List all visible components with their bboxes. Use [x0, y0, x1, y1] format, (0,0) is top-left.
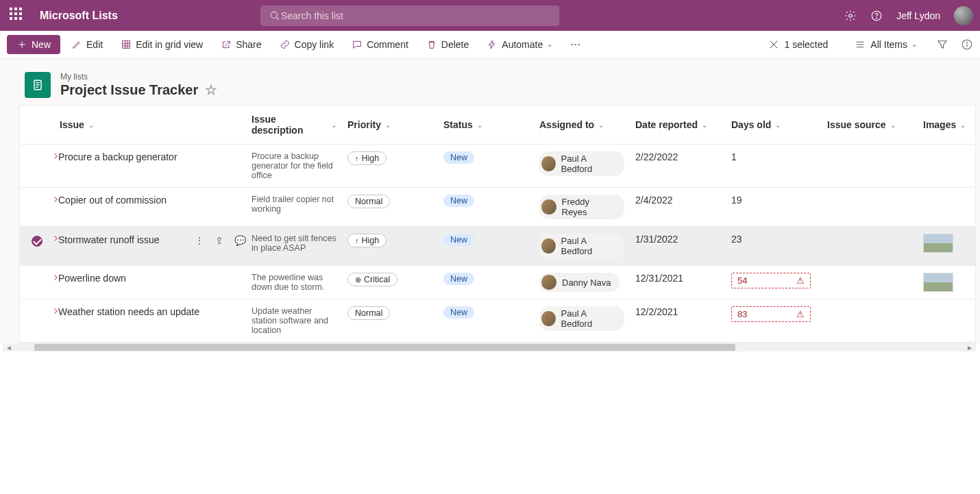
edit-label: Edit — [86, 39, 103, 50]
table-row[interactable]: Copier out of commissionField trailer co… — [20, 188, 975, 227]
date-reported: 1/31/2022 — [630, 234, 726, 245]
data-grid: Issue⌄ Issue description⌄ Priority⌄ Stat… — [19, 105, 976, 343]
svg-point-4 — [877, 18, 877, 18]
col-images[interactable]: Images⌄ — [918, 119, 976, 130]
col-assigned[interactable]: Assigned to⌄ — [534, 119, 630, 130]
app-launcher-icon[interactable] — [10, 8, 26, 24]
comment-icon — [352, 39, 363, 50]
days-old: 1 — [726, 151, 822, 162]
comment-button[interactable]: Comment — [345, 35, 415, 54]
issue-title[interactable]: Procure a backup generator — [58, 151, 241, 162]
issue-description: Procure a backup generator for the field… — [252, 151, 336, 180]
assigned-person[interactable]: Paul A Bedford — [539, 306, 624, 331]
new-button[interactable]: New — [7, 35, 60, 54]
delete-button[interactable]: Delete — [419, 35, 476, 54]
user-avatar[interactable] — [954, 6, 973, 25]
x-icon — [768, 38, 780, 51]
settings-icon[interactable] — [844, 10, 857, 22]
row-select[interactable] — [32, 308, 42, 319]
avatar — [541, 311, 556, 326]
status-badge: New — [443, 195, 474, 207]
edit-button[interactable]: Edit — [64, 35, 110, 54]
priority-pill: ↑High — [347, 151, 387, 165]
row-select[interactable] — [32, 197, 42, 208]
trash-icon — [426, 39, 437, 50]
pencil-icon — [71, 39, 82, 50]
issue-title[interactable]: Stormwater runoff issue — [58, 234, 160, 245]
grid-view-button[interactable]: Edit in grid view — [114, 35, 210, 54]
horizontal-scrollbar[interactable]: ◄► — [3, 343, 976, 351]
delete-label: Delete — [441, 39, 469, 50]
priority-pill: Normal — [347, 306, 390, 320]
days-old-warning: 83⚠ — [731, 306, 811, 322]
info-icon[interactable] — [961, 38, 973, 51]
row-select[interactable] — [32, 236, 42, 247]
flow-icon — [487, 39, 498, 50]
search-box[interactable] — [260, 5, 559, 26]
issue-description: Need to get silt fences in place ASAP — [252, 234, 336, 253]
row-comment-icon[interactable]: 💬 — [234, 235, 246, 246]
plus-icon — [16, 39, 27, 50]
date-reported: 12/31/2021 — [630, 273, 726, 284]
row-select[interactable] — [32, 275, 42, 286]
filter-icon[interactable] — [936, 38, 948, 51]
copy-link-button[interactable]: Copy link — [273, 35, 341, 54]
col-source[interactable]: Issue source⌄ — [822, 119, 918, 130]
status-badge: New — [443, 151, 474, 164]
assigned-person[interactable]: Freddy Reyes — [539, 195, 624, 219]
share-button[interactable]: Share — [214, 35, 268, 54]
view-switcher[interactable]: All Items ⌄ — [847, 34, 924, 55]
priority-pill: ↑High — [347, 234, 387, 247]
automate-label: Automate — [502, 39, 543, 50]
svg-point-0 — [271, 12, 277, 18]
row-share-icon[interactable]: ⇪ — [215, 235, 223, 246]
issue-title[interactable]: Copier out of commission — [58, 195, 241, 206]
clear-selection-button[interactable]: 1 selected — [761, 34, 835, 55]
avatar — [541, 156, 556, 171]
grid-icon — [121, 39, 132, 50]
avatar — [541, 199, 556, 214]
col-priority[interactable]: Priority⌄ — [342, 119, 438, 130]
issue-title[interactable]: Weather station needs an update — [58, 306, 241, 317]
col-issue[interactable]: Issue⌄ — [54, 119, 246, 130]
list-logo-icon — [25, 72, 51, 98]
col-days[interactable]: Days old⌄ — [726, 119, 822, 130]
svg-rect-7 — [123, 40, 130, 48]
image-thumbnail[interactable] — [923, 273, 953, 292]
favorite-star-icon[interactable]: ☆ — [205, 82, 217, 98]
row-menu-icon[interactable]: ⋮ — [195, 235, 204, 246]
days-old-warning: 54⚠ — [731, 273, 811, 288]
table-row[interactable]: Stormwater runoff issue⋮⇪💬Need to get si… — [20, 227, 975, 266]
assigned-person[interactable]: Paul A Bedford — [539, 151, 624, 176]
col-status[interactable]: Status⌄ — [438, 119, 534, 130]
date-reported: 2/4/2022 — [630, 195, 726, 206]
svg-line-1 — [276, 17, 279, 20]
table-row[interactable]: Powerline downThe powerline was down due… — [20, 266, 975, 299]
search-input[interactable] — [281, 10, 551, 21]
comment-label: Comment — [367, 39, 408, 50]
days-old: 19 — [726, 195, 822, 206]
help-icon[interactable] — [870, 10, 883, 22]
issue-title[interactable]: Powerline down — [58, 273, 241, 284]
image-thumbnail[interactable] — [923, 234, 953, 253]
assigned-person[interactable]: Paul A Bedford — [539, 234, 624, 258]
view-label: All Items — [870, 39, 907, 50]
list-header: My lists Project Issue Tracker ☆ — [0, 58, 980, 105]
list-title: Project Issue Tracker — [60, 82, 198, 98]
more-actions-button[interactable]: ··· — [563, 37, 587, 51]
table-row[interactable]: Weather station needs an updateUpdate we… — [20, 299, 975, 343]
status-badge: New — [443, 234, 474, 246]
app-name: Microsoft Lists — [40, 10, 118, 22]
priority-pill: Normal — [347, 195, 390, 208]
row-select[interactable] — [32, 153, 42, 164]
column-headers: Issue⌄ Issue description⌄ Priority⌄ Stat… — [20, 106, 975, 145]
grid-label: Edit in grid view — [136, 39, 203, 50]
assigned-person[interactable]: Danny Nava — [539, 273, 620, 292]
command-bar: New Edit Edit in grid view Share Copy li… — [0, 31, 980, 58]
days-old: 23 — [726, 234, 822, 245]
col-date[interactable]: Date reported⌄ — [630, 119, 726, 130]
col-description[interactable]: Issue description⌄ — [246, 114, 342, 136]
breadcrumb[interactable]: My lists — [60, 72, 217, 82]
table-row[interactable]: Procure a backup generatorProcure a back… — [20, 145, 975, 188]
automate-button[interactable]: Automate ⌄ — [480, 35, 559, 54]
